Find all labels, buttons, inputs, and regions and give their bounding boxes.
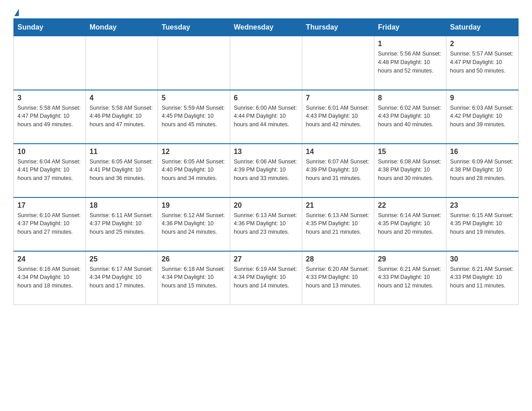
day-info: Sunrise: 6:18 AM Sunset: 4:34 PM Dayligh…: [162, 265, 226, 290]
calendar-cell-w3-d6: 15Sunrise: 6:08 AM Sunset: 4:38 PM Dayli…: [374, 144, 446, 197]
calendar-cell-w2-d7: 9Sunrise: 6:03 AM Sunset: 4:42 PM Daylig…: [446, 90, 519, 144]
day-number: 25: [90, 255, 154, 263]
day-info: Sunrise: 5:59 AM Sunset: 4:45 PM Dayligh…: [162, 104, 226, 129]
calendar-cell-w4-d7: 23Sunrise: 6:15 AM Sunset: 4:35 PM Dayli…: [446, 197, 519, 251]
day-info: Sunrise: 6:07 AM Sunset: 4:39 PM Dayligh…: [306, 158, 370, 183]
day-info: Sunrise: 6:01 AM Sunset: 4:43 PM Dayligh…: [306, 104, 370, 129]
day-number: 7: [306, 94, 370, 102]
header-saturday: Saturday: [446, 19, 519, 36]
day-number: 20: [234, 201, 298, 210]
calendar-cell-w5-d1: 24Sunrise: 6:16 AM Sunset: 4:34 PM Dayli…: [14, 251, 86, 305]
header-wednesday: Wednesday: [230, 19, 302, 36]
day-number: 19: [162, 201, 226, 210]
day-info: Sunrise: 6:20 AM Sunset: 4:33 PM Dayligh…: [306, 265, 370, 290]
day-info: Sunrise: 6:21 AM Sunset: 4:33 PM Dayligh…: [378, 265, 442, 290]
calendar-header-row: SundayMondayTuesdayWednesdayThursdayFrid…: [14, 19, 519, 36]
calendar-cell-w1-d4: [230, 36, 302, 90]
day-number: 9: [450, 94, 515, 102]
logo-triangle-icon: [14, 9, 19, 16]
day-info: Sunrise: 5:56 AM Sunset: 4:48 PM Dayligh…: [378, 50, 442, 75]
day-info: Sunrise: 6:14 AM Sunset: 4:35 PM Dayligh…: [378, 211, 442, 236]
day-number: 16: [450, 148, 515, 156]
day-number: 29: [378, 255, 442, 263]
day-info: Sunrise: 5:57 AM Sunset: 4:47 PM Dayligh…: [450, 50, 515, 75]
calendar-cell-w5-d5: 28Sunrise: 6:20 AM Sunset: 4:33 PM Dayli…: [302, 251, 374, 305]
day-number: 11: [90, 148, 154, 156]
week-row-5: 24Sunrise: 6:16 AM Sunset: 4:34 PM Dayli…: [14, 251, 519, 305]
calendar-cell-w5-d4: 27Sunrise: 6:19 AM Sunset: 4:34 PM Dayli…: [230, 251, 302, 305]
day-number: 26: [162, 255, 226, 263]
day-number: 6: [234, 94, 298, 102]
calendar-cell-w5-d2: 25Sunrise: 6:17 AM Sunset: 4:34 PM Dayli…: [86, 251, 158, 305]
header-monday: Monday: [86, 19, 158, 36]
calendar-cell-w5-d7: 30Sunrise: 6:21 AM Sunset: 4:33 PM Dayli…: [446, 251, 519, 305]
calendar-cell-w2-d6: 8Sunrise: 6:02 AM Sunset: 4:43 PM Daylig…: [374, 90, 446, 144]
day-number: 2: [450, 40, 515, 48]
calendar-cell-w1-d1: [14, 36, 86, 90]
header-sunday: Sunday: [14, 19, 86, 36]
day-info: Sunrise: 6:08 AM Sunset: 4:38 PM Dayligh…: [378, 158, 442, 183]
calendar-table: SundayMondayTuesdayWednesdayThursdayFrid…: [13, 18, 519, 305]
day-info: Sunrise: 5:58 AM Sunset: 4:46 PM Dayligh…: [90, 104, 154, 129]
day-number: 8: [378, 94, 442, 102]
calendar-cell-w4-d6: 22Sunrise: 6:14 AM Sunset: 4:35 PM Dayli…: [374, 197, 446, 251]
day-info: Sunrise: 6:15 AM Sunset: 4:35 PM Dayligh…: [450, 211, 515, 236]
day-info: Sunrise: 6:04 AM Sunset: 4:41 PM Dayligh…: [17, 158, 82, 183]
calendar-cell-w2-d2: 4Sunrise: 5:58 AM Sunset: 4:46 PM Daylig…: [86, 90, 158, 144]
week-row-2: 3Sunrise: 5:58 AM Sunset: 4:47 PM Daylig…: [14, 90, 519, 144]
day-number: 28: [306, 255, 370, 263]
calendar-cell-w3-d5: 14Sunrise: 6:07 AM Sunset: 4:39 PM Dayli…: [302, 144, 374, 197]
day-info: Sunrise: 6:05 AM Sunset: 4:41 PM Dayligh…: [90, 158, 154, 183]
calendar-cell-w3-d1: 10Sunrise: 6:04 AM Sunset: 4:41 PM Dayli…: [14, 144, 86, 197]
calendar-cell-w4-d2: 18Sunrise: 6:11 AM Sunset: 4:37 PM Dayli…: [86, 197, 158, 251]
day-number: 23: [450, 201, 515, 210]
calendar-cell-w2-d4: 6Sunrise: 6:00 AM Sunset: 4:44 PM Daylig…: [230, 90, 302, 144]
calendar-cell-w4-d1: 17Sunrise: 6:10 AM Sunset: 4:37 PM Dayli…: [14, 197, 86, 251]
day-info: Sunrise: 6:13 AM Sunset: 4:36 PM Dayligh…: [234, 211, 298, 236]
day-number: 21: [306, 201, 370, 210]
day-info: Sunrise: 5:58 AM Sunset: 4:47 PM Dayligh…: [17, 104, 82, 129]
day-number: 10: [17, 148, 82, 156]
calendar-cell-w3-d4: 13Sunrise: 6:06 AM Sunset: 4:39 PM Dayli…: [230, 144, 302, 197]
logo: [13, 9, 19, 14]
day-number: 5: [162, 94, 226, 102]
calendar-cell-w2-d1: 3Sunrise: 5:58 AM Sunset: 4:47 PM Daylig…: [14, 90, 86, 144]
day-number: 15: [378, 148, 442, 156]
header-friday: Friday: [374, 19, 446, 36]
day-info: Sunrise: 6:03 AM Sunset: 4:42 PM Dayligh…: [450, 104, 515, 129]
week-row-1: 1Sunrise: 5:56 AM Sunset: 4:48 PM Daylig…: [14, 36, 519, 90]
day-info: Sunrise: 6:00 AM Sunset: 4:44 PM Dayligh…: [234, 104, 298, 129]
calendar-cell-w4-d3: 19Sunrise: 6:12 AM Sunset: 4:36 PM Dayli…: [158, 197, 230, 251]
header-tuesday: Tuesday: [158, 19, 230, 36]
day-info: Sunrise: 6:05 AM Sunset: 4:40 PM Dayligh…: [162, 158, 226, 183]
day-info: Sunrise: 6:21 AM Sunset: 4:33 PM Dayligh…: [450, 265, 515, 290]
day-number: 1: [378, 40, 442, 48]
day-info: Sunrise: 6:11 AM Sunset: 4:37 PM Dayligh…: [90, 211, 154, 236]
calendar-cell-w1-d5: [302, 36, 374, 90]
calendar-cell-w1-d7: 2Sunrise: 5:57 AM Sunset: 4:47 PM Daylig…: [446, 36, 519, 90]
day-number: 22: [378, 201, 442, 210]
calendar-cell-w2-d5: 7Sunrise: 6:01 AM Sunset: 4:43 PM Daylig…: [302, 90, 374, 144]
day-info: Sunrise: 6:02 AM Sunset: 4:43 PM Dayligh…: [378, 104, 442, 129]
calendar-cell-w1-d3: [158, 36, 230, 90]
day-number: 12: [162, 148, 226, 156]
calendar-cell-w1-d6: 1Sunrise: 5:56 AM Sunset: 4:48 PM Daylig…: [374, 36, 446, 90]
day-info: Sunrise: 6:19 AM Sunset: 4:34 PM Dayligh…: [234, 265, 298, 290]
calendar-cell-w3-d2: 11Sunrise: 6:05 AM Sunset: 4:41 PM Dayli…: [86, 144, 158, 197]
calendar-cell-w5-d6: 29Sunrise: 6:21 AM Sunset: 4:33 PM Dayli…: [374, 251, 446, 305]
week-row-4: 17Sunrise: 6:10 AM Sunset: 4:37 PM Dayli…: [14, 197, 519, 251]
day-info: Sunrise: 6:10 AM Sunset: 4:37 PM Dayligh…: [17, 211, 82, 236]
day-number: 24: [17, 255, 82, 263]
day-info: Sunrise: 6:06 AM Sunset: 4:39 PM Dayligh…: [234, 158, 298, 183]
day-info: Sunrise: 6:09 AM Sunset: 4:38 PM Dayligh…: [450, 158, 515, 183]
calendar-cell-w4-d5: 21Sunrise: 6:13 AM Sunset: 4:35 PM Dayli…: [302, 197, 374, 251]
calendar-cell-w5-d3: 26Sunrise: 6:18 AM Sunset: 4:34 PM Dayli…: [158, 251, 230, 305]
day-number: 30: [450, 255, 515, 263]
header-thursday: Thursday: [302, 19, 374, 36]
calendar-cell-w3-d7: 16Sunrise: 6:09 AM Sunset: 4:38 PM Dayli…: [446, 144, 519, 197]
calendar-cell-w4-d4: 20Sunrise: 6:13 AM Sunset: 4:36 PM Dayli…: [230, 197, 302, 251]
day-info: Sunrise: 6:16 AM Sunset: 4:34 PM Dayligh…: [17, 265, 82, 290]
day-number: 27: [234, 255, 298, 263]
day-number: 17: [17, 201, 82, 210]
day-number: 13: [234, 148, 298, 156]
